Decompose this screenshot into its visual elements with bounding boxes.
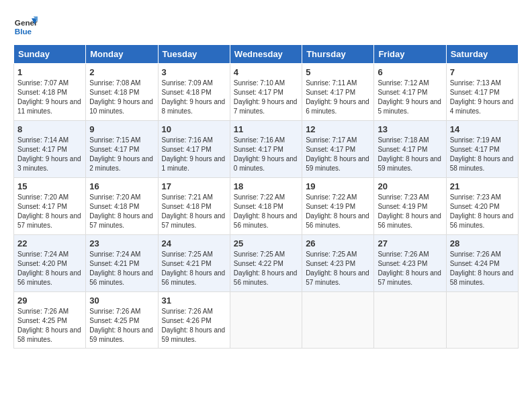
day-info: Sunrise: 7:11 AMSunset: 4:17 PMDaylight:… <box>306 79 370 116</box>
day-number: 18 <box>234 181 298 191</box>
day-info: Sunrise: 7:13 AMSunset: 4:17 PMDaylight:… <box>450 79 515 116</box>
calendar-day-cell: 25Sunrise: 7:25 AMSunset: 4:22 PMDayligh… <box>230 235 302 292</box>
day-number: 26 <box>306 238 370 248</box>
calendar-day-cell: 4Sunrise: 7:10 AMSunset: 4:17 PMDaylight… <box>230 64 302 121</box>
calendar-table: SundayMondayTuesdayWednesdayThursdayFrid… <box>13 44 519 349</box>
day-number: 25 <box>234 238 298 248</box>
day-number: 14 <box>450 124 515 134</box>
calendar-day-cell <box>446 292 518 349</box>
calendar-day-cell: 16Sunrise: 7:20 AMSunset: 4:18 PMDayligh… <box>86 178 158 235</box>
calendar-day-cell: 19Sunrise: 7:22 AMSunset: 4:19 PMDayligh… <box>302 178 374 235</box>
day-info: Sunrise: 7:08 AMSunset: 4:18 PMDaylight:… <box>89 79 154 116</box>
weekday-header-cell: Sunday <box>14 45 86 64</box>
day-number: 8 <box>17 124 82 134</box>
day-number: 19 <box>306 181 370 191</box>
calendar-day-cell: 28Sunrise: 7:26 AMSunset: 4:24 PMDayligh… <box>446 235 518 292</box>
calendar-day-cell: 21Sunrise: 7:23 AMSunset: 4:20 PMDayligh… <box>446 178 518 235</box>
day-number: 7 <box>450 67 515 77</box>
day-number: 17 <box>162 181 226 191</box>
calendar-day-cell: 14Sunrise: 7:19 AMSunset: 4:17 PMDayligh… <box>446 121 518 178</box>
day-info: Sunrise: 7:22 AMSunset: 4:19 PMDaylight:… <box>306 193 370 230</box>
logo-icon: General Blue <box>13 13 38 38</box>
calendar-day-cell: 1Sunrise: 7:07 AMSunset: 4:18 PMDaylight… <box>14 64 86 121</box>
calendar-day-cell: 12Sunrise: 7:17 AMSunset: 4:17 PMDayligh… <box>302 121 374 178</box>
day-info: Sunrise: 7:24 AMSunset: 4:21 PMDaylight:… <box>89 250 154 287</box>
day-info: Sunrise: 7:26 AMSunset: 4:23 PMDaylight:… <box>378 250 442 287</box>
day-number: 22 <box>17 238 82 248</box>
page-header: General Blue <box>13 13 519 38</box>
day-info: Sunrise: 7:16 AMSunset: 4:17 PMDaylight:… <box>234 136 298 173</box>
day-number: 12 <box>306 124 370 134</box>
calendar-week-row: 1Sunrise: 7:07 AMSunset: 4:18 PMDaylight… <box>14 64 519 121</box>
calendar-day-cell: 13Sunrise: 7:18 AMSunset: 4:17 PMDayligh… <box>374 121 446 178</box>
day-info: Sunrise: 7:12 AMSunset: 4:17 PMDaylight:… <box>378 79 442 116</box>
day-info: Sunrise: 7:07 AMSunset: 4:18 PMDaylight:… <box>17 79 82 116</box>
weekday-header-cell: Tuesday <box>158 45 230 64</box>
day-info: Sunrise: 7:18 AMSunset: 4:17 PMDaylight:… <box>378 136 442 173</box>
calendar-week-row: 15Sunrise: 7:20 AMSunset: 4:17 PMDayligh… <box>14 178 519 235</box>
day-number: 30 <box>89 295 154 306</box>
day-info: Sunrise: 7:17 AMSunset: 4:17 PMDaylight:… <box>306 136 370 173</box>
day-info: Sunrise: 7:26 AMSunset: 4:25 PMDaylight:… <box>17 307 82 345</box>
day-info: Sunrise: 7:23 AMSunset: 4:20 PMDaylight:… <box>450 193 515 230</box>
calendar-day-cell: 24Sunrise: 7:25 AMSunset: 4:21 PMDayligh… <box>158 235 230 292</box>
calendar-day-cell: 7Sunrise: 7:13 AMSunset: 4:17 PMDaylight… <box>446 64 518 121</box>
day-info: Sunrise: 7:23 AMSunset: 4:19 PMDaylight:… <box>378 193 442 230</box>
day-info: Sunrise: 7:16 AMSunset: 4:17 PMDaylight:… <box>162 136 226 173</box>
calendar-day-cell: 31Sunrise: 7:26 AMSunset: 4:26 PMDayligh… <box>158 292 230 349</box>
calendar-week-row: 29Sunrise: 7:26 AMSunset: 4:25 PMDayligh… <box>14 292 519 349</box>
day-info: Sunrise: 7:26 AMSunset: 4:26 PMDaylight:… <box>162 307 226 345</box>
calendar-day-cell <box>230 292 302 349</box>
day-info: Sunrise: 7:20 AMSunset: 4:17 PMDaylight:… <box>17 193 82 230</box>
calendar-day-cell: 27Sunrise: 7:26 AMSunset: 4:23 PMDayligh… <box>374 235 446 292</box>
calendar-day-cell: 8Sunrise: 7:14 AMSunset: 4:17 PMDaylight… <box>14 121 86 178</box>
weekday-header-cell: Friday <box>374 45 446 64</box>
calendar-day-cell: 30Sunrise: 7:26 AMSunset: 4:25 PMDayligh… <box>86 292 158 349</box>
calendar-day-cell: 10Sunrise: 7:16 AMSunset: 4:17 PMDayligh… <box>158 121 230 178</box>
day-number: 1 <box>17 67 82 77</box>
day-number: 13 <box>378 124 442 134</box>
day-number: 15 <box>17 181 82 191</box>
logo: General Blue <box>13 13 38 38</box>
calendar-week-row: 22Sunrise: 7:24 AMSunset: 4:20 PMDayligh… <box>14 235 519 292</box>
weekday-header-cell: Saturday <box>446 45 518 64</box>
calendar-day-cell: 23Sunrise: 7:24 AMSunset: 4:21 PMDayligh… <box>86 235 158 292</box>
calendar-day-cell: 5Sunrise: 7:11 AMSunset: 4:17 PMDaylight… <box>302 64 374 121</box>
calendar-day-cell: 3Sunrise: 7:09 AMSunset: 4:18 PMDaylight… <box>158 64 230 121</box>
day-number: 6 <box>378 67 442 77</box>
day-info: Sunrise: 7:24 AMSunset: 4:20 PMDaylight:… <box>17 250 82 287</box>
day-number: 24 <box>162 238 226 248</box>
calendar-day-cell: 18Sunrise: 7:22 AMSunset: 4:18 PMDayligh… <box>230 178 302 235</box>
day-info: Sunrise: 7:09 AMSunset: 4:18 PMDaylight:… <box>162 79 226 116</box>
day-info: Sunrise: 7:20 AMSunset: 4:18 PMDaylight:… <box>89 193 154 230</box>
day-number: 28 <box>450 238 515 248</box>
calendar-day-cell: 22Sunrise: 7:24 AMSunset: 4:20 PMDayligh… <box>14 235 86 292</box>
calendar-week-row: 8Sunrise: 7:14 AMSunset: 4:17 PMDaylight… <box>14 121 519 178</box>
weekday-header-cell: Monday <box>86 45 158 64</box>
day-number: 29 <box>17 295 82 306</box>
day-number: 16 <box>89 181 154 191</box>
calendar-day-cell: 29Sunrise: 7:26 AMSunset: 4:25 PMDayligh… <box>14 292 86 349</box>
day-number: 31 <box>162 295 226 306</box>
calendar-day-cell: 17Sunrise: 7:21 AMSunset: 4:18 PMDayligh… <box>158 178 230 235</box>
day-number: 5 <box>306 67 370 77</box>
day-info: Sunrise: 7:25 AMSunset: 4:21 PMDaylight:… <box>162 250 226 287</box>
day-number: 23 <box>89 238 154 248</box>
day-number: 4 <box>234 67 298 77</box>
day-info: Sunrise: 7:19 AMSunset: 4:17 PMDaylight:… <box>450 136 515 173</box>
calendar-day-cell: 26Sunrise: 7:25 AMSunset: 4:23 PMDayligh… <box>302 235 374 292</box>
day-info: Sunrise: 7:15 AMSunset: 4:17 PMDaylight:… <box>89 136 154 173</box>
day-number: 3 <box>162 67 226 77</box>
day-info: Sunrise: 7:25 AMSunset: 4:23 PMDaylight:… <box>306 250 370 287</box>
calendar-day-cell <box>374 292 446 349</box>
day-number: 10 <box>162 124 226 134</box>
weekday-header-cell: Wednesday <box>230 45 302 64</box>
calendar-day-cell: 20Sunrise: 7:23 AMSunset: 4:19 PMDayligh… <box>374 178 446 235</box>
svg-text:Blue: Blue <box>15 27 32 36</box>
day-info: Sunrise: 7:14 AMSunset: 4:17 PMDaylight:… <box>17 136 82 173</box>
calendar-day-cell: 6Sunrise: 7:12 AMSunset: 4:17 PMDaylight… <box>374 64 446 121</box>
day-number: 20 <box>378 181 442 191</box>
day-number: 11 <box>234 124 298 134</box>
weekday-header-row: SundayMondayTuesdayWednesdayThursdayFrid… <box>14 45 519 64</box>
calendar-day-cell <box>302 292 374 349</box>
